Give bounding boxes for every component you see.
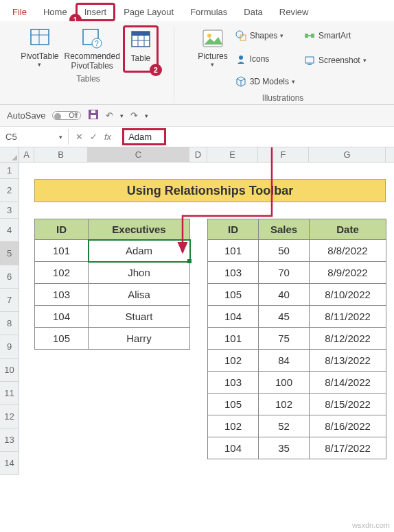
cell[interactable]: 8/15/2022 <box>310 394 386 415</box>
cell[interactable]: 52 <box>259 415 310 437</box>
cell[interactable]: 40 <box>259 284 310 306</box>
pivottable-button[interactable]: PivotTable ▾ <box>18 25 61 73</box>
cell[interactable]: 8/12/2022 <box>310 328 386 350</box>
cell[interactable]: 8/11/2022 <box>310 306 386 328</box>
svg-rect-19 <box>308 64 312 65</box>
row-header-5[interactable]: 5 <box>0 242 19 265</box>
save-button[interactable] <box>88 109 99 122</box>
table-row: 101508/8/2022 <box>208 240 386 262</box>
autosave-toggle[interactable]: Off <box>52 111 81 120</box>
row-header-2[interactable]: 2 <box>0 179 19 202</box>
t1-header-exec: Executives <box>89 219 190 240</box>
row-header-3[interactable]: 3 <box>0 202 19 219</box>
autosave-label: AutoSave <box>7 110 45 121</box>
fx-icon[interactable]: fx <box>104 132 111 142</box>
cell[interactable]: Stuart <box>89 306 190 328</box>
row-header-9[interactable]: 9 <box>0 335 19 359</box>
icons-button[interactable]: Icons <box>235 51 295 66</box>
cell[interactable]: 101 <box>35 240 89 262</box>
cell[interactable]: 104 <box>208 437 259 459</box>
cell[interactable]: 102 <box>208 350 259 372</box>
cell[interactable]: 104 <box>35 306 89 328</box>
column-header-G[interactable]: G <box>309 147 386 162</box>
select-all-corner[interactable] <box>0 147 19 162</box>
cell[interactable]: 45 <box>259 306 310 328</box>
cell[interactable]: 50 <box>259 240 310 262</box>
row-header-1[interactable]: 1 <box>0 162 19 179</box>
column-header-A[interactable]: A <box>19 147 34 162</box>
menu-data[interactable]: Data <box>235 4 270 20</box>
column-header-F[interactable]: F <box>258 147 309 162</box>
cell[interactable]: Jhon <box>89 262 190 284</box>
row-header-10[interactable]: 10 <box>0 359 19 382</box>
column-header-E[interactable]: E <box>207 147 258 162</box>
cell[interactable]: Alisa <box>89 284 190 306</box>
enter-formula-icon[interactable]: ✓ <box>90 132 97 142</box>
cell[interactable]: 8/9/2022 <box>310 262 386 284</box>
cell[interactable]: 8/17/2022 <box>310 437 386 459</box>
menu-formulas[interactable]: Formulas <box>182 4 235 20</box>
menu-review[interactable]: Review <box>271 4 317 20</box>
column-header-D[interactable]: D <box>189 147 207 162</box>
3d-models-button[interactable]: 3D Models ▾ <box>235 74 295 89</box>
row-header-4[interactable]: 4 <box>0 219 19 242</box>
column-header-C[interactable]: C <box>88 147 189 162</box>
cell[interactable]: 8/14/2022 <box>310 372 386 394</box>
pictures-button[interactable]: Pictures ▾ <box>195 25 230 92</box>
chevron-down-icon: ▾ <box>211 61 214 68</box>
row-header-7[interactable]: 7 <box>0 289 19 312</box>
table-button[interactable]: Table <box>131 53 151 63</box>
cell[interactable]: 104 <box>208 306 259 328</box>
row-header-6[interactable]: 6 <box>0 265 19 289</box>
cell[interactable]: 101 <box>208 328 259 350</box>
row-header-8[interactable]: 8 <box>0 312 19 335</box>
cell[interactable]: 35 <box>259 437 310 459</box>
cell[interactable]: 102 <box>35 262 89 284</box>
quick-access-toolbar: AutoSave Off ↶ ▾ ↷ ▾ <box>0 105 394 127</box>
cell[interactable]: 8/8/2022 <box>310 240 386 262</box>
cell[interactable]: 105 <box>208 284 259 306</box>
table-row: 105Harry <box>35 328 190 350</box>
cell[interactable]: 8/10/2022 <box>310 284 386 306</box>
cell[interactable]: 101 <box>208 240 259 262</box>
row-header-11[interactable]: 11 <box>0 382 19 405</box>
menu-file[interactable]: File <box>4 4 35 20</box>
cell[interactable]: 102 <box>259 394 310 415</box>
formula-value[interactable]: Adam <box>128 132 152 142</box>
cell[interactable]: 8/16/2022 <box>310 415 386 437</box>
name-box[interactable]: C5 ▾ <box>0 129 69 145</box>
menu-insert[interactable]: Insert <box>84 5 107 19</box>
cell[interactable]: 103 <box>35 284 89 306</box>
cell[interactable]: 100 <box>259 372 310 394</box>
cell[interactable]: Adam <box>89 240 190 262</box>
row-header-14[interactable]: 14 <box>0 452 19 475</box>
column-header-B[interactable]: B <box>34 147 88 162</box>
table-row: 105408/10/2022 <box>208 284 386 306</box>
cell[interactable]: 102 <box>208 415 259 437</box>
screenshot-button[interactable]: Screenshot ▾ <box>303 53 367 68</box>
svg-text:?: ? <box>95 40 99 47</box>
undo-button[interactable]: ↶ <box>106 110 113 121</box>
cell[interactable]: 105 <box>35 328 89 350</box>
cell[interactable]: 105 <box>208 394 259 415</box>
redo-button[interactable]: ↷ <box>130 110 138 121</box>
redo-dropdown[interactable]: ▾ <box>145 112 148 119</box>
cell[interactable]: Harry <box>89 328 190 350</box>
smartart-button[interactable]: SmartArt <box>303 28 367 43</box>
cell[interactable]: 70 <box>259 262 310 284</box>
recommended-pivottables-button[interactable]: ? Recommended PivotTables <box>62 25 123 73</box>
menu-page-layout[interactable]: Page Layout <box>115 4 182 20</box>
shapes-button[interactable]: Shapes ▾ <box>235 28 295 43</box>
cell[interactable]: 84 <box>259 350 310 372</box>
undo-dropdown[interactable]: ▾ <box>120 112 124 119</box>
cell[interactable]: 103 <box>208 262 259 284</box>
table-button-highlight: 2 Table <box>123 25 159 73</box>
row-header-12[interactable]: 12 <box>0 405 19 428</box>
cell[interactable]: 103 <box>208 372 259 394</box>
cell[interactable]: 8/13/2022 <box>310 350 386 372</box>
cell[interactable]: 75 <box>259 328 310 350</box>
cancel-formula-icon[interactable]: ✕ <box>76 132 83 142</box>
svg-point-13 <box>236 31 243 38</box>
pivottable-label: PivotTable <box>21 51 58 61</box>
row-header-13[interactable]: 13 <box>0 428 19 452</box>
